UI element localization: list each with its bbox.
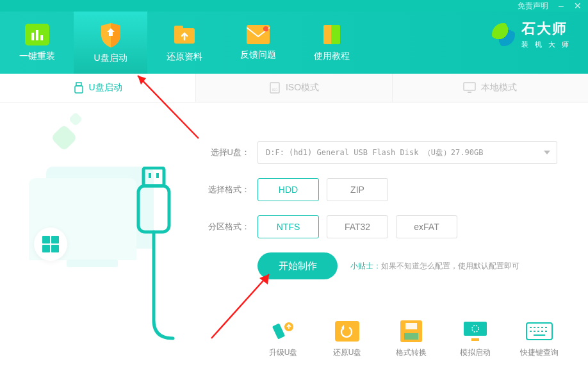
tool-hotkey-lookup[interactable]: 快捷键查询 <box>516 320 562 358</box>
monitor-boot-icon <box>462 320 489 342</box>
nav-label: 还原资料 <box>167 51 202 63</box>
usb-restore-icon <box>334 320 361 342</box>
footer-tools: 升级U盘 还原U盘 格式转换 模拟启动 快捷键查询 <box>260 320 562 358</box>
svg-rect-20 <box>272 323 285 339</box>
svg-rect-22 <box>335 321 359 342</box>
usb-illustration <box>0 103 192 371</box>
usb-upgrade-icon <box>270 320 297 342</box>
svg-rect-26 <box>464 322 487 336</box>
tool-restore-usb[interactable]: 还原U盘 <box>324 320 370 358</box>
close-button[interactable]: ✕ <box>574 2 582 10</box>
tool-label: 快捷键查询 <box>520 347 559 358</box>
format-option-zip[interactable]: ZIP <box>327 178 388 201</box>
svg-rect-11 <box>75 86 83 93</box>
bar-chart-icon <box>25 24 49 45</box>
tab-label: ISO模式 <box>286 82 319 94</box>
sub-tabs: U盘启动 ISO ISO模式 本地模式 <box>0 74 588 103</box>
disk-dropdown-value: D:F: (hd1) General USB Flash Disk （U盘）27… <box>266 147 483 158</box>
svg-rect-28 <box>471 338 479 341</box>
nav-label: 反馈问题 <box>240 49 276 61</box>
top-nav: 一键重装 U盘启动 还原资料 反馈问题 使用教程 <box>0 12 368 74</box>
tool-label: 模拟启动 <box>460 347 491 358</box>
tab-label: U盘启动 <box>89 82 122 94</box>
svg-rect-2 <box>36 30 38 40</box>
tool-label: 还原U盘 <box>333 347 362 358</box>
disclaimer-link[interactable]: 免责声明 <box>518 1 548 12</box>
keyboard-icon <box>526 320 553 342</box>
svg-rect-14 <box>464 83 475 90</box>
nav-label: U盘启动 <box>94 53 127 64</box>
nav-usb-boot[interactable]: U盘启动 <box>74 12 147 74</box>
shield-usb-icon <box>100 22 122 47</box>
partition-option-fat32[interactable]: FAT32 <box>327 215 388 238</box>
folder-up-icon <box>173 23 196 46</box>
disk-dropdown[interactable]: D:F: (hd1) General USB Flash Disk （U盘）27… <box>257 141 557 164</box>
start-create-button[interactable]: 开始制作 <box>257 252 338 279</box>
svg-rect-19 <box>138 186 169 232</box>
iso-file-icon: ISO <box>269 82 281 94</box>
brand-name: 石大师 <box>521 19 575 38</box>
tab-iso-mode[interactable]: ISO ISO模式 <box>196 74 392 102</box>
select-disk-label: 选择U盘： <box>204 147 250 158</box>
format-option-hdd[interactable]: HDD <box>257 178 319 201</box>
tool-label: 升级U盘 <box>269 347 298 358</box>
svg-rect-9 <box>331 25 340 44</box>
floppy-icon <box>398 320 425 342</box>
svg-rect-8 <box>323 25 332 44</box>
monitor-icon <box>463 82 476 94</box>
brand-area: 石大师 装机大师 <box>492 19 575 49</box>
svg-rect-16 <box>143 168 164 186</box>
minimize-button[interactable]: – <box>557 2 565 10</box>
svg-rect-5 <box>174 26 183 31</box>
svg-text:ISO: ISO <box>272 88 278 92</box>
tool-upgrade-usb[interactable]: 升级U盘 <box>260 320 306 358</box>
tool-simulate-boot[interactable]: 模拟启动 <box>452 320 498 358</box>
tool-label: 格式转换 <box>396 347 427 358</box>
select-format-label: 选择格式： <box>204 184 250 195</box>
svg-rect-15 <box>468 92 471 93</box>
tab-label: 本地模式 <box>481 82 517 94</box>
nav-feedback[interactable]: 反馈问题 <box>221 12 295 74</box>
envelope-icon <box>247 25 270 44</box>
nav-restore-data[interactable]: 还原资料 <box>147 12 221 74</box>
brand-subtitle: 装机大师 <box>521 40 575 49</box>
tool-format-convert[interactable]: 格式转换 <box>388 320 434 358</box>
partition-option-ntfs[interactable]: NTFS <box>257 215 319 238</box>
nav-label: 一键重装 <box>19 51 55 62</box>
nav-tutorial[interactable]: 使用教程 <box>295 12 368 74</box>
tab-usb-boot[interactable]: U盘启动 <box>0 74 196 102</box>
svg-rect-24 <box>405 323 417 329</box>
svg-rect-3 <box>40 35 43 40</box>
nav-label: 使用教程 <box>314 51 350 62</box>
svg-rect-25 <box>404 333 418 340</box>
tab-local-mode[interactable]: 本地模式 <box>393 74 588 102</box>
svg-rect-1 <box>31 33 34 40</box>
nav-one-click-reinstall[interactable]: 一键重装 <box>0 12 74 74</box>
partition-format-label: 分区格式： <box>204 221 250 233</box>
partition-option-exfat[interactable]: exFAT <box>396 215 457 238</box>
chevron-down-icon <box>544 151 550 154</box>
brand-logo-icon <box>492 23 515 46</box>
header: 一键重装 U盘启动 还原资料 反馈问题 使用教程 石大师 装机大师 <box>0 12 588 74</box>
window-titlebar: 免责声明 – ✕ <box>0 0 588 12</box>
usb-icon <box>74 82 84 94</box>
config-tip: 小贴士：如果不知道怎么配置，使用默认配置即可 <box>350 261 519 272</box>
svg-point-7 <box>263 26 268 31</box>
book-icon <box>321 24 343 45</box>
